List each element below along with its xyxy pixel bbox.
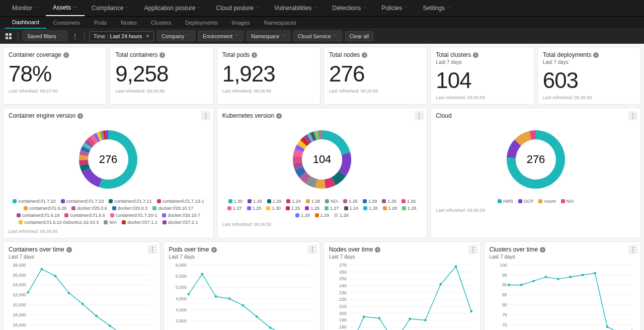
legend-item[interactable]: containerd://1.7.22: [13, 199, 56, 204]
svg-text:26,000: 26,000: [13, 273, 26, 278]
legend-item[interactable]: GCP: [518, 199, 534, 204]
svg-rect-1: [9, 33, 12, 36]
clear-all-button[interactable]: Clear all: [345, 31, 374, 41]
legend-item[interactable]: 1.29: [267, 199, 282, 204]
legend-item[interactable]: containerd://1.7.23: [61, 199, 104, 204]
topnav-item-vulnerabilities[interactable]: Vulnerabilities﹀: [267, 0, 325, 16]
filter-bar: Saved filters ﹀ ⋮ Time : Last 24 hours ✕…: [0, 28, 644, 44]
legend-swatch: [306, 199, 310, 203]
svg-text:24,000: 24,000: [13, 282, 26, 287]
legend-item[interactable]: 1.28: [402, 206, 417, 211]
filter-chip-company[interactable]: Company﹀: [157, 31, 195, 41]
subnav-item-dashboard[interactable]: Dashboard: [5, 17, 46, 29]
subnav-item-deployments[interactable]: Deployments: [178, 17, 224, 29]
info-icon[interactable]: i: [540, 247, 545, 253]
info-icon[interactable]: i: [252, 52, 257, 58]
legend-item[interactable]: 1.25: [247, 206, 262, 211]
topnav-item-application-posture[interactable]: Application posture﹀: [137, 0, 209, 16]
legend-item[interactable]: containerd://1.7.11: [109, 199, 152, 204]
legend-item[interactable]: Azure: [538, 199, 556, 204]
info-icon[interactable]: i: [159, 52, 165, 58]
legend-item[interactable]: docker://27.1.1: [122, 220, 157, 225]
legend-item[interactable]: 1.28: [383, 206, 397, 211]
legend-item[interactable]: N/A: [561, 199, 574, 204]
saved-filters-chip[interactable]: Saved filters ﹀: [23, 31, 67, 41]
card-menu-button[interactable]: ⋮: [628, 245, 637, 254]
card-menu-button[interactable]: ⋮: [201, 111, 210, 120]
info-icon[interactable]: i: [211, 247, 217, 253]
legend-item[interactable]: 1.28: [363, 206, 378, 211]
info-icon[interactable]: i: [77, 113, 83, 119]
topnav-item-assets[interactable]: Assets﹀: [46, 0, 85, 16]
time-filter-chip[interactable]: Time : Last 24 hours ✕: [89, 31, 154, 41]
legend-item[interactable]: 1.24: [344, 206, 359, 211]
info-icon[interactable]: i: [375, 247, 380, 253]
legend-item[interactable]: containerd://1.7.20-1: [110, 213, 157, 218]
legend-item[interactable]: 1.27: [227, 206, 242, 211]
legend-item[interactable]: docker://25.0.6: [71, 206, 107, 211]
legend-item[interactable]: 1.25: [305, 206, 319, 211]
subnav-item-pods[interactable]: Pods: [87, 17, 114, 29]
topnav-item-monitor[interactable]: Monitor﹀: [5, 0, 46, 16]
legend-item[interactable]: docker://20.10.7: [162, 213, 200, 218]
legend-item[interactable]: containerd://1.6.6: [64, 213, 105, 218]
topnav-item-detections[interactable]: Detections﹀: [325, 0, 374, 16]
subnav-item-containers[interactable]: Containers: [46, 17, 87, 29]
legend-item[interactable]: 1.28: [306, 199, 320, 204]
legend-item[interactable]: 1.29: [315, 213, 330, 218]
legend-item[interactable]: 1.30: [266, 206, 281, 211]
legend-item[interactable]: 1.29: [248, 199, 262, 204]
filter-chip-cloud-service[interactable]: Cloud Service﹀: [293, 31, 342, 41]
legend-item[interactable]: 1.30: [228, 199, 243, 204]
legend-label: 1.29: [273, 199, 282, 204]
legend-item[interactable]: 1.25: [382, 199, 396, 204]
filter-chip-namespace[interactable]: Namespace﹀: [247, 31, 290, 41]
legend-item[interactable]: containerd://1.6.26: [24, 206, 67, 211]
legend-swatch: [401, 199, 406, 203]
legend-label: N/A: [109, 220, 117, 225]
subnav-item-namespaces[interactable]: Namespaces: [257, 17, 303, 29]
svg-point-28: [40, 268, 43, 270]
topnav-item-cloud-posture[interactable]: Cloud posture﹀: [209, 0, 267, 16]
info-icon[interactable]: i: [473, 52, 478, 58]
legend-item[interactable]: N/A: [104, 220, 117, 225]
card-menu-button[interactable]: ⋮: [308, 245, 317, 254]
legend-item[interactable]: AWS: [498, 199, 513, 204]
topnav-item-compliance[interactable]: Compliance﹀: [85, 0, 137, 16]
legend-item[interactable]: 1.29: [334, 213, 349, 218]
legend-swatch: [315, 213, 319, 217]
topnav-item-policies[interactable]: Policies﹀: [374, 0, 416, 16]
legend-item[interactable]: 1.29: [363, 199, 377, 204]
card-menu-button[interactable]: ⋮: [415, 111, 424, 120]
legend-item[interactable]: 1.28: [295, 213, 310, 218]
legend-item[interactable]: 1.25: [343, 199, 358, 204]
info-icon[interactable]: i: [276, 113, 282, 119]
filter-chip-environment[interactable]: Environment﹀: [198, 31, 244, 41]
dashboard-icon[interactable]: [4, 32, 13, 41]
card-menu-button[interactable]: ⋮: [628, 111, 637, 120]
legend-item[interactable]: 1.24: [286, 199, 301, 204]
subnav-item-nodes[interactable]: Nodes: [114, 17, 144, 29]
info-icon[interactable]: i: [362, 52, 367, 58]
card-menu-button[interactable]: ⋮: [148, 245, 157, 254]
legend-item[interactable]: docker://27.2.1: [163, 220, 198, 225]
svg-point-30: [68, 292, 70, 294]
legend-item[interactable]: 1.25: [286, 206, 300, 211]
legend-item[interactable]: containerd://1.6.19: [17, 213, 60, 218]
subnav-item-images[interactable]: Images: [224, 17, 257, 29]
info-icon[interactable]: i: [593, 52, 599, 58]
legend-item[interactable]: docker://20.10.17: [152, 206, 193, 211]
legend-item[interactable]: N/A: [325, 199, 338, 204]
info-icon[interactable]: i: [63, 52, 69, 58]
subnav-item-clusters[interactable]: Clusters: [144, 17, 178, 29]
legend-item[interactable]: containerd://1.7.13-1: [157, 199, 204, 204]
close-icon[interactable]: ✕: [144, 33, 149, 39]
legend-item[interactable]: docker://25.0.3: [112, 206, 148, 211]
legend-item[interactable]: 1.26: [401, 199, 416, 204]
card-menu-button[interactable]: ⋮: [468, 245, 477, 254]
topnav-item-settings[interactable]: Settings﹀: [416, 0, 458, 16]
more-icon[interactable]: ⋮: [70, 32, 79, 41]
legend-item[interactable]: 1.27: [325, 206, 339, 211]
legend-item[interactable]: containerd://1.6.12-0ubuntu1-22.04.3: [19, 220, 99, 225]
info-icon[interactable]: i: [66, 247, 72, 253]
